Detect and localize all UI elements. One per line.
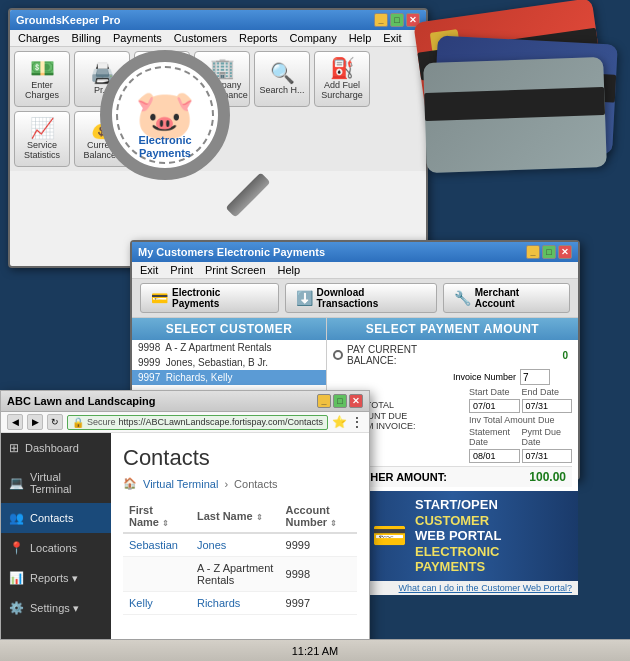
cw-maximize-button[interactable]: □ bbox=[333, 394, 347, 408]
sort-last-name: ⇕ bbox=[256, 513, 263, 522]
ep-label: ElectronicPayments bbox=[112, 134, 218, 160]
statement-date-label: Statement Date bbox=[469, 427, 520, 447]
col-first-name[interactable]: First Name ⇕ bbox=[123, 500, 191, 533]
dashboard-icon: ⊞ bbox=[9, 441, 19, 455]
tool-enter-charges[interactable]: 💵 EnterCharges bbox=[14, 51, 70, 107]
forward-button[interactable]: ▶ bbox=[27, 414, 43, 430]
sidebar-item-contacts[interactable]: 👥 Contacts bbox=[1, 503, 111, 533]
contact-last-link-1[interactable]: Jones bbox=[197, 539, 226, 551]
contact-first-2 bbox=[123, 557, 191, 592]
more-icon[interactable]: ⋮ bbox=[351, 415, 363, 429]
table-row: A - Z Apartment Rentals 9998 bbox=[123, 557, 357, 592]
cw-titlebar: ABC Lawn and Landscaping _ □ ✕ bbox=[1, 391, 369, 412]
download-transactions-button[interactable]: ⬇️ Download Transactions bbox=[285, 283, 437, 313]
magnify-circle: 🐷 ElectronicPayments bbox=[100, 50, 230, 180]
tool-add-fuel[interactable]: ⛽ Add FuelSurcharge bbox=[314, 51, 370, 107]
banner-title-2: CUSTOMER bbox=[415, 513, 568, 529]
col-last-name[interactable]: Last Name ⇕ bbox=[191, 500, 280, 533]
menu-help[interactable]: Help bbox=[349, 32, 372, 44]
invoice-number-input[interactable] bbox=[520, 369, 550, 385]
sidebar-contacts-label: Contacts bbox=[30, 512, 73, 524]
ep-titlebar: My Customers Electronic Payments _ □ ✕ bbox=[132, 242, 578, 262]
taskbar: 11:21 AM bbox=[0, 639, 630, 661]
page-title: Contacts bbox=[123, 445, 357, 471]
ep-title: My Customers Electronic Payments bbox=[138, 246, 325, 258]
sidebar-item-locations[interactable]: 📍 Locations bbox=[1, 533, 111, 563]
breadcrumb-virtual-terminal[interactable]: Virtual Terminal bbox=[143, 478, 218, 490]
ep-nav-label: Electronic Payments bbox=[172, 287, 268, 309]
sidebar-dashboard-label: Dashboard bbox=[25, 442, 79, 454]
ep-minimize-button[interactable]: _ bbox=[526, 245, 540, 259]
table-header-row: First Name ⇕ Last Name ⇕ Account Number … bbox=[123, 500, 357, 533]
virtual-terminal-icon: 💻 bbox=[9, 476, 24, 490]
pymt-due-label: Pymt Due Date bbox=[522, 427, 573, 447]
cw-window-controls: _ □ ✕ bbox=[317, 394, 363, 408]
credit-cards-decoration bbox=[400, 10, 620, 170]
sidebar-item-virtual-terminal[interactable]: 💻 Virtual Terminal bbox=[1, 463, 111, 503]
col-account-number[interactable]: Account Number ⇕ bbox=[280, 500, 357, 533]
sidebar-item-settings[interactable]: ⚙️ Settings ▾ bbox=[1, 593, 111, 623]
cw-close-button[interactable]: ✕ bbox=[349, 394, 363, 408]
banner-title-3: WEB PORTAL bbox=[415, 528, 568, 544]
contact-first-link-1[interactable]: Sebastian bbox=[129, 539, 178, 551]
cw-minimize-button[interactable]: _ bbox=[317, 394, 331, 408]
merchant-label: Merchant Account bbox=[475, 287, 559, 309]
customer-9999[interactable]: 9999 Jones, Sebastian, B Jr. bbox=[132, 355, 326, 370]
merchant-icon: 🔧 bbox=[454, 290, 471, 306]
cw-body: ⊞ Dashboard 💻 Virtual Terminal 👥 Contact… bbox=[1, 433, 369, 659]
tool-service-stats[interactable]: 📈 ServiceStatistics bbox=[14, 111, 70, 167]
minimize-button[interactable]: _ bbox=[374, 13, 388, 27]
contact-first-1: Sebastian bbox=[123, 533, 191, 557]
table-row: Sebastian Jones 9999 bbox=[123, 533, 357, 557]
ep-maximize-button[interactable]: □ bbox=[542, 245, 556, 259]
menu-company[interactable]: Company bbox=[290, 32, 337, 44]
magnifying-glass: 🐷 ElectronicPayments bbox=[100, 50, 280, 230]
contact-last-2: A - Z Apartment Rentals bbox=[191, 557, 280, 592]
contact-first-link-3[interactable]: Kelly bbox=[129, 597, 153, 609]
merchant-account-button[interactable]: 🔧 Merchant Account bbox=[443, 283, 570, 313]
invoice-number-label: Invoice Number bbox=[453, 372, 516, 382]
cw-title: ABC Lawn and Landscaping bbox=[7, 395, 156, 407]
cw-main: Contacts 🏠 Virtual Terminal › Contacts F… bbox=[111, 433, 369, 659]
bookmark-icon[interactable]: ⭐ bbox=[332, 415, 347, 429]
customer-9997[interactable]: 9997 Richards, Kelly bbox=[132, 370, 326, 385]
end-date-label: End Date bbox=[522, 387, 573, 397]
contact-first-3: Kelly bbox=[123, 592, 191, 615]
ep-nav-toolbar: 💳 Electronic Payments ⬇️ Download Transa… bbox=[132, 279, 578, 318]
contact-last-link-3[interactable]: Richards bbox=[197, 597, 240, 609]
ep-menu-exit[interactable]: Exit bbox=[140, 264, 158, 276]
ep-close-button[interactable]: ✕ bbox=[558, 245, 572, 259]
menu-billing[interactable]: Billing bbox=[72, 32, 101, 44]
portal-link-text[interactable]: What can I do in the Customer Web Portal… bbox=[399, 583, 572, 593]
gk-titlebar: GroundsKeeper Pro _ □ ✕ bbox=[10, 10, 426, 30]
reload-button[interactable]: ↻ bbox=[47, 414, 63, 430]
pay-current-balance-row: PAY CURRENT BALANCE: 0 bbox=[333, 344, 572, 366]
other-amount-value: 100.00 bbox=[447, 470, 566, 484]
contact-account-3: 9997 bbox=[280, 592, 357, 615]
contact-account-2: 9998 bbox=[280, 557, 357, 592]
ep-menu-help[interactable]: Help bbox=[278, 264, 301, 276]
sidebar-reports-label: Reports ▾ bbox=[30, 572, 78, 585]
ep-menu-print-screen[interactable]: Print Screen bbox=[205, 264, 266, 276]
gk-menubar: Charges Billing Payments Customers Repor… bbox=[10, 30, 426, 47]
electronic-payments-nav-button[interactable]: 💳 Electronic Payments bbox=[140, 283, 279, 313]
sidebar-item-reports[interactable]: 📊 Reports ▾ bbox=[1, 563, 111, 593]
sidebar-item-dashboard[interactable]: ⊞ Dashboard bbox=[1, 433, 111, 463]
pymt-due-value: 07/31 bbox=[522, 449, 573, 463]
ep-menu-print[interactable]: Print bbox=[170, 264, 193, 276]
back-button[interactable]: ◀ bbox=[7, 414, 23, 430]
end-date-value: 07/31 bbox=[522, 399, 573, 413]
banner-text: START/OPEN CUSTOMER WEB PORTAL ELECTRONI… bbox=[415, 497, 568, 575]
cw-sidebar: ⊞ Dashboard 💻 Virtual Terminal 👥 Contact… bbox=[1, 433, 111, 659]
menu-reports[interactable]: Reports bbox=[239, 32, 278, 44]
url-text[interactable]: https://ABCLawnLandscape.fortispay.com/C… bbox=[119, 417, 323, 427]
customer-9998[interactable]: 9998 A - Z Apartment Rentals bbox=[132, 340, 326, 355]
invoice-number-row: Invoice Number bbox=[453, 369, 572, 385]
pay-current-radio[interactable] bbox=[333, 350, 343, 360]
menu-exit[interactable]: Exit bbox=[383, 32, 401, 44]
menu-customers[interactable]: Customers bbox=[174, 32, 227, 44]
breadcrumb-contacts: Contacts bbox=[234, 478, 277, 490]
lock-icon: 🔒 bbox=[72, 417, 84, 428]
menu-payments[interactable]: Payments bbox=[113, 32, 162, 44]
menu-charges[interactable]: Charges bbox=[18, 32, 60, 44]
